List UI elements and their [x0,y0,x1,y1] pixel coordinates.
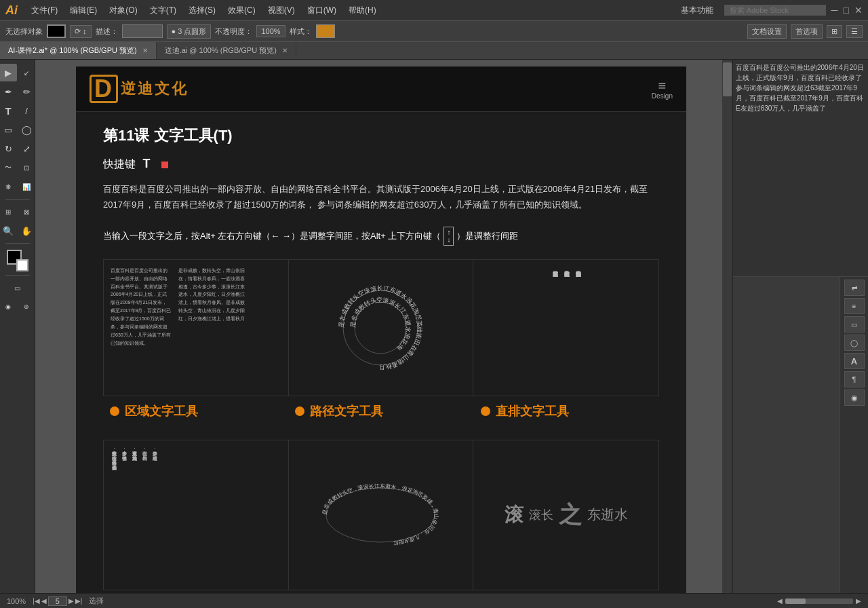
mini-tool-2[interactable]: ≡ [844,298,865,314]
arrange-icon[interactable]: ⊞ [827,25,842,38]
menu-effect[interactable]: 效果(C) [222,3,261,18]
tab-songdi[interactable]: 送迪.ai @ 100% (RGB/GPU 预览) ✕ [157,42,296,59]
style-swatch[interactable] [316,24,335,38]
tab-ai-course[interactable]: AI-课件2.ai* @ 100% (RGB/GPU 预览) ✕ [0,42,157,59]
mini-tool-4[interactable]: ◯ [844,335,865,351]
rotate-tool[interactable]: ↻ [0,140,17,157]
pen-tool[interactable]: ✒ [0,83,17,100]
lesson-title: 第11课 文字工具(T) [103,126,659,146]
tab-close-1[interactable]: ✕ [142,47,148,54]
vertical-text-label: 直排文字工具 [474,396,659,426]
mini-tool-para[interactable]: ¶ [844,371,865,387]
nav-next[interactable]: ▶ [68,597,74,605]
maximize-button[interactable]: □ [844,5,849,16]
deco-char-3: 之 [559,499,582,531]
properties-panel: 百度百科是百度公司推出的2006年4月20日上线，正式版年9月，百度百科已经收录… [733,60,868,277]
brush-options[interactable]: ⟳ ↕ [70,25,92,38]
deco-char-2: 滚长 [529,507,553,523]
orange-dot-1 [110,406,119,416]
mini-tool-1[interactable]: ⇄ [844,280,865,296]
menu-edit[interactable]: 编辑(E) [64,3,102,18]
canvas-area[interactable]: D 逆迪文化 ≡ Design 第11课 文字工具(T) 快捷键 T [35,60,732,593]
workspace-switcher[interactable]: 基本功能 [675,3,719,18]
vert-area-text-2: 古今多少事，都付笑谈中 [121,447,128,583]
properties-text: 百度百科是百度公司推出的2006年4月20日上线，正式版年9月，百度百科已经收录… [736,62,865,113]
scroll-left[interactable]: ◀ [777,597,783,605]
line-tool[interactable]: / [18,102,35,119]
mini-tool-3[interactable]: ▭ [844,316,865,332]
menu-view[interactable]: 视图(V) [262,3,300,18]
no-selection-label: 无选择对象 [5,26,43,37]
decoration-text-content: 滚 滚长 之 东逝水 [505,499,628,531]
menu-text[interactable]: 文字(T) [144,3,182,18]
scroll-right[interactable]: ▶ [856,597,861,605]
vertical-text-title: 直排文字工具 [496,403,569,419]
preferences-button[interactable]: 首选项 [791,24,823,39]
vert-area-text-3: 滚滚长江东逝水，浪花淘尽英雄 [131,447,138,583]
nav-first[interactable]: |◀ [33,597,40,605]
shortcut-key: T [142,157,150,170]
graph-tool[interactable]: 📊 [18,178,35,195]
menu-select[interactable]: 选择(S) [183,3,221,18]
arrow-indicator: ↑↓ [443,227,454,246]
describe-field[interactable] [122,24,163,38]
red-indicator [161,162,168,168]
points-selector[interactable]: ● 3 点圆形 [167,24,212,39]
mini-tool-circle[interactable]: ◉ [844,390,865,406]
rect-tool[interactable]: ▭ [0,121,17,138]
h-scrollbar[interactable] [785,598,853,604]
close-button[interactable]: ✕ [854,5,863,16]
tools-panel: ▶ ↙ ✒ ✏ T / ▭ ◯ ↻ ⤢ 〜 ⊡ ❋ 📊 ⊞ ⊠ [0,60,35,593]
tab-close-2[interactable]: ✕ [282,47,288,54]
fill-stroke-colors[interactable] [7,250,28,271]
hand-tool[interactable]: ✋ [18,222,35,240]
draw-mode[interactable]: ◉ [0,298,17,316]
menu-object[interactable]: 对象(O) [104,3,142,18]
deco-text: 东逝水 [587,506,628,524]
scale-tool[interactable]: ⤢ [18,140,35,157]
ellipse-tool[interactable]: ◯ [18,121,35,138]
area-text-content-1: 百度百科是百度公司推出的一部内容开放、自由的网络百科全书平台。其测试版于2006… [111,267,172,347]
direct-select-tool[interactable]: ↙ [18,64,35,81]
screen-mode[interactable]: ▭ [9,279,26,297]
opacity-value[interactable]: 100% [256,25,285,37]
text-tool[interactable]: T [0,102,17,119]
examples-grid-top: 百度百科是百度公司推出的一部内容开放、自由的网络百科全书平台。其测试版于2006… [103,259,659,396]
labels-row-top: 区域文字工具 路径文字工具 直排文字工具 [103,396,659,426]
zoom-level: 100% [7,597,26,605]
minimize-button[interactable]: ─ [831,5,838,16]
page-number-input[interactable] [48,596,67,606]
svg-text:是非成败转头空，滚滚长江东逝水，浪花淘尽英雄，青山依旧在，几: 是非成败转头空，滚滚长江东逝水，浪花淘尽英雄，青山依旧在，几度夕阳红 [321,483,440,546]
slice-tool[interactable]: ⊠ [18,203,35,221]
stock-search[interactable] [724,5,826,16]
menu-window[interactable]: 窗口(W) [302,3,342,18]
nav-last[interactable]: ▶| [75,597,83,605]
mini-tools-panel: ⇄ ≡ ▭ ◯ A ¶ ◉ [840,277,868,593]
nav-prev[interactable]: ◀ [41,597,47,605]
mini-tool-text[interactable]: A [844,353,865,369]
h-scroll-thumb[interactable] [785,598,806,604]
arrow-hint: 当输入一段文字之后，按Alt+ 左右方向键（← →）是调整字间距，按Alt+ 上… [103,227,659,246]
stroke-color[interactable] [16,259,28,271]
draw-inside-mode[interactable]: ⊕ [18,298,35,316]
vertical-scrollbar[interactable] [722,60,732,593]
stroke-fill-swatch[interactable] [47,24,66,38]
doc-content: 第11课 文字工具(T) 快捷键 T 百度百科是百度公司推出的一部内容开放、自由… [76,112,686,593]
describe-label: 描述： [96,26,118,37]
select-tool[interactable]: ▶ [0,64,17,81]
menu-hamburger[interactable]: ≡ Design [652,79,673,100]
symbol-tool[interactable]: ❋ [0,178,17,195]
scroll-thumb[interactable] [723,62,732,96]
menu-file[interactable]: 文件(F) [26,3,63,18]
free-transform-tool[interactable]: ⊡ [18,159,35,176]
pencil-tool[interactable]: ✏ [18,83,35,100]
right-panel: 百度百科是百度公司推出的2006年4月20日上线，正式版年9月，百度百科已经收录… [732,60,868,593]
warp-tool[interactable]: 〜 [0,159,17,176]
doc-settings-button[interactable]: 文档设置 [747,24,787,39]
menu-help[interactable]: 帮助(H) [343,3,382,18]
layout-icon[interactable]: ☰ [846,25,863,38]
artboard-tool[interactable]: ⊞ [0,203,17,221]
bottom-nav-arrows: ◀ ▶ [777,597,861,605]
zoom-tool[interactable]: 🔍 [0,222,17,240]
vert-area-text-example: 非成败转头空，青山依旧在，情看秋月春风，一壶浊酒喜相逢 古今多少事，都付笑谈中 … [104,440,289,590]
